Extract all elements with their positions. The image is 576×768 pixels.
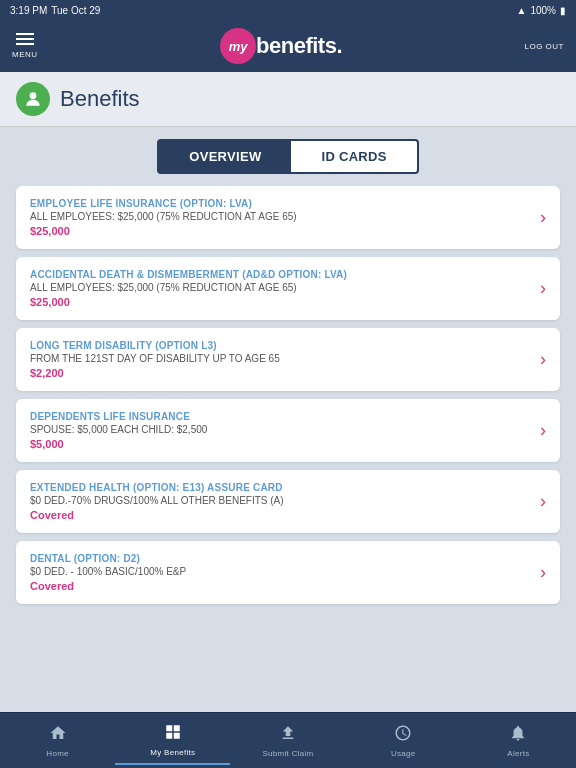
svg-rect-3 [166, 732, 172, 738]
chevron-right-icon: › [540, 562, 546, 583]
benefit-card[interactable]: LONG TERM DISABILITY (OPTION L3)FROM THE… [16, 328, 560, 391]
tabs: OVERVIEW ID CARDS [0, 127, 576, 186]
status-bar: 3:19 PM Tue Oct 29 ▲ 100% ▮ [0, 0, 576, 20]
nav-item-submitclaim[interactable]: Submit Claim [230, 718, 345, 764]
benefit-title: EMPLOYEE LIFE INSURANCE (OPTION: LVA) [30, 198, 532, 209]
nav-item-usage[interactable]: Usage [346, 718, 461, 764]
status-time: 3:19 PM [10, 5, 47, 16]
bottom-nav: HomeMy BenefitsSubmit ClaimUsageAlerts [0, 712, 576, 768]
benefit-amount: $2,200 [30, 367, 532, 379]
wifi-icon: ▲ [517, 5, 527, 16]
usage-nav-icon [394, 724, 412, 747]
home-nav-icon [49, 724, 67, 747]
mybenefits-nav-icon [164, 723, 182, 746]
chevron-right-icon: › [540, 349, 546, 370]
battery-level: 100% [530, 5, 556, 16]
benefit-title: DENTAL (OPTION: D2) [30, 553, 532, 564]
benefit-card[interactable]: ACCIDENTAL DEATH & DISMEMBERMENT (AD&D O… [16, 257, 560, 320]
menu-button[interactable]: MENU [12, 33, 38, 59]
svg-rect-4 [174, 732, 180, 738]
benefit-amount: $5,000 [30, 438, 532, 450]
alerts-nav-icon [509, 724, 527, 747]
benefit-desc: $0 DED. - 100% BASIC/100% E&P [30, 566, 532, 577]
nav-item-alerts[interactable]: Alerts [461, 718, 576, 764]
chevron-right-icon: › [540, 491, 546, 512]
benefit-card[interactable]: EMPLOYEE LIFE INSURANCE (OPTION: LVA)ALL… [16, 186, 560, 249]
svg-point-0 [30, 92, 37, 99]
benefit-amount: $25,000 [30, 296, 532, 308]
benefit-desc: ALL EMPLOYEES: $25,000 (75% REDUCTION AT… [30, 282, 532, 293]
benefit-title: DEPENDENTS LIFE INSURANCE [30, 411, 532, 422]
logo: my benefits. [220, 28, 342, 64]
battery-icon: ▮ [560, 5, 566, 16]
alerts-nav-label: Alerts [507, 749, 529, 758]
benefit-card[interactable]: DEPENDENTS LIFE INSURANCESPOUSE: $5,000 … [16, 399, 560, 462]
svg-rect-1 [166, 725, 172, 731]
page-title-bar: Benefits [0, 72, 576, 127]
benefit-desc: $0 DED.-70% DRUGS/100% ALL OTHER BENEFIT… [30, 495, 532, 506]
hamburger-icon [16, 38, 34, 40]
benefit-amount: $25,000 [30, 225, 532, 237]
benefit-desc: SPOUSE: $5,000 EACH CHILD: $2,500 [30, 424, 532, 435]
page-title: Benefits [60, 86, 140, 112]
submitclaim-nav-icon [279, 724, 297, 747]
hamburger-icon [16, 33, 34, 35]
chevron-right-icon: › [540, 420, 546, 441]
benefit-title: EXTENDED HEALTH (OPTION: E13) ASSURE CAR… [30, 482, 532, 493]
hamburger-icon [16, 43, 34, 45]
header: MENU my benefits. LOG OUT [0, 20, 576, 72]
logo-benefits: benefits. [256, 33, 342, 59]
status-date: Tue Oct 29 [51, 5, 100, 16]
chevron-right-icon: › [540, 278, 546, 299]
benefit-amount: Covered [30, 509, 532, 521]
person-icon [16, 82, 50, 116]
svg-rect-2 [174, 725, 180, 731]
logo-my: my [220, 28, 256, 64]
nav-item-mybenefits[interactable]: My Benefits [115, 717, 230, 765]
usage-nav-label: Usage [391, 749, 416, 758]
logout-button[interactable]: LOG OUT [524, 42, 564, 51]
mybenefits-nav-label: My Benefits [150, 748, 195, 757]
benefit-card[interactable]: DENTAL (OPTION: D2)$0 DED. - 100% BASIC/… [16, 541, 560, 604]
benefit-card[interactable]: EXTENDED HEALTH (OPTION: E13) ASSURE CAR… [16, 470, 560, 533]
menu-label: MENU [12, 50, 38, 59]
benefit-desc: ALL EMPLOYEES: $25,000 (75% REDUCTION AT… [30, 211, 532, 222]
benefit-desc: FROM THE 121ST DAY OF DISABILITY UP TO A… [30, 353, 532, 364]
benefit-amount: Covered [30, 580, 532, 592]
benefit-title: LONG TERM DISABILITY (OPTION L3) [30, 340, 532, 351]
chevron-right-icon: › [540, 207, 546, 228]
benefit-title: ACCIDENTAL DEATH & DISMEMBERMENT (AD&D O… [30, 269, 532, 280]
tab-idcards[interactable]: ID CARDS [291, 139, 418, 174]
benefits-list: EMPLOYEE LIFE INSURANCE (OPTION: LVA)ALL… [0, 186, 576, 712]
submitclaim-nav-label: Submit Claim [262, 749, 313, 758]
home-nav-label: Home [46, 749, 69, 758]
tab-overview[interactable]: OVERVIEW [157, 139, 291, 174]
nav-item-home[interactable]: Home [0, 718, 115, 764]
